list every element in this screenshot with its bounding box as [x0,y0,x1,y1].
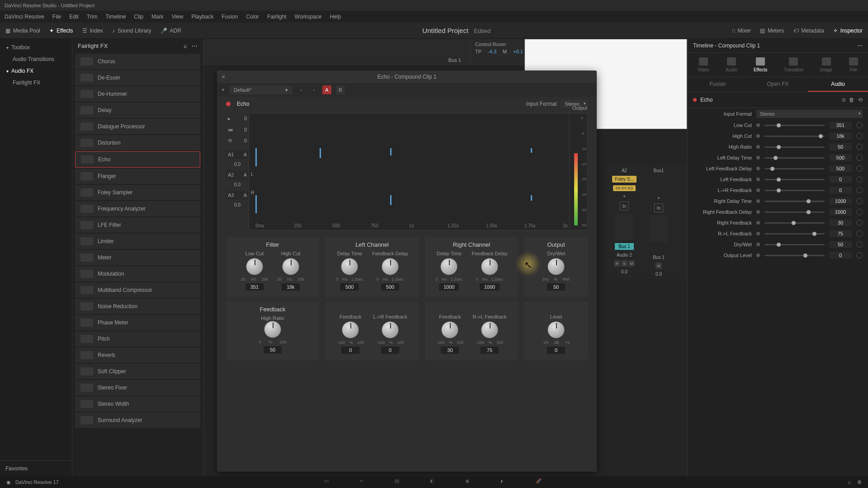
keyframe-icon[interactable] [756,167,760,170]
knob-value[interactable]: 0 [341,347,359,354]
keyframe-icon[interactable] [756,199,760,203]
keyframe-icon[interactable] [756,134,760,138]
menu-mark[interactable]: Mark [151,14,164,20]
fx-item-surround-analyzer[interactable]: Surround Analyzer [75,413,200,428]
knob-dial[interactable] [547,321,565,338]
fx-item-phase-meter[interactable]: Phase Meter [75,315,200,330]
audio-transitions-node[interactable]: Audio Transitions [0,53,72,65]
inspector-tab-file[interactable]: File [849,57,858,72]
next-preset-button[interactable]: › [310,86,318,94]
reset-icon[interactable] [856,144,863,150]
fx-item-echo[interactable]: Echo [75,151,200,168]
fx-item-meter[interactable]: Meter [75,250,200,265]
param-value[interactable]: 0 [829,252,852,259]
param-slider[interactable] [764,233,825,235]
param-slider[interactable] [764,201,825,202]
fx-item-stereo-fixer[interactable]: Stereo Fixer [75,380,200,395]
menu-color[interactable]: Color [246,14,259,20]
knob-dial[interactable] [382,258,399,275]
close-icon[interactable]: × [222,73,225,80]
fx-item-frequency-analyzer[interactable]: Frequency Analyzer [75,201,200,216]
keyframe-icon[interactable] [756,253,760,257]
menu-fairlight[interactable]: Fairlight [267,14,287,20]
reset-icon[interactable] [856,241,863,248]
track-a1[interactable]: A1A [226,150,249,159]
trash-icon[interactable]: 🗑 [849,97,854,103]
add-icon[interactable]: + [222,87,225,93]
page-fairlight-button[interactable]: ♪ [500,478,509,486]
reset-icon[interactable] [856,176,863,183]
knob-dial[interactable] [246,258,263,275]
metadata-button[interactable]: 🏷 Metadata [793,28,824,34]
menu-edit[interactable]: Edit [69,14,79,20]
page-edit-button[interactable]: ▤ [395,478,403,486]
keyframe-icon[interactable] [756,156,760,160]
menu-trim[interactable]: Trim [87,14,98,20]
param-value[interactable]: 50 [829,241,852,248]
reset-icon[interactable] [856,133,863,139]
inspector-subtab-open-fx[interactable]: Open FX [748,77,808,92]
options-icon[interactable]: ⋯ [192,42,198,49]
fx-item-de-hummer[interactable]: De-Hummer [75,86,200,102]
knob-value[interactable]: 50 [264,346,282,353]
inspector-tab-transition[interactable]: Transition [784,57,804,72]
param-value[interactable]: 30 [829,219,852,226]
media-pool-button[interactable]: ▦ Media Pool [5,28,40,34]
param-value[interactable]: 75 [829,230,852,237]
custom-controls-icon[interactable]: ⎚ [842,97,845,103]
fx-item-noise-reduction[interactable]: Noise Reduction [75,299,200,314]
knob-dial[interactable] [547,258,565,275]
fx-item-distortion[interactable]: Distortion [75,135,200,150]
knob-value[interactable]: 0 [547,347,565,354]
param-slider[interactable] [764,179,825,180]
echo-graph[interactable]: L R 0ms2505007501s1.25s1.50s1.75s2s Outp… [249,113,588,230]
plugin-titlebar[interactable]: × Echo - Compound Clip 1 [217,70,597,83]
options-icon[interactable]: ⋯ [857,42,863,49]
page-color-button[interactable]: ◉ [465,478,473,486]
knob-value[interactable]: 351 [245,283,264,291]
index-button[interactable]: ☰ Index [82,28,103,34]
param-value[interactable]: 351 [829,122,852,129]
fx-item-lfe-filter[interactable]: LFE Filter [75,217,200,233]
prev-icon[interactable]: ⏮ [228,127,233,132]
mixer-button[interactable]: ⎍ Mixer [732,28,751,34]
menu-timeline[interactable]: Timeline [105,14,126,20]
knob-dial[interactable] [282,258,299,275]
reset-icon[interactable] [856,122,863,128]
page-fusion-button[interactable]: ◐ [430,478,438,486]
param-value[interactable]: 0 [829,187,852,194]
toolbox-node[interactable]: ▾Toolbox [0,42,72,53]
mixer-track-bus1[interactable]: Bus1 + In Bus 1 M 0.0 [643,168,675,277]
inspector-subtab-fusion[interactable]: Fusion [688,77,748,92]
knob-value[interactable]: 50 [547,283,565,291]
menu-help[interactable]: Help [330,14,341,20]
reset-icon[interactable] [856,252,863,258]
param-value[interactable]: 500 [829,165,852,172]
track-a2[interactable]: A2A [226,170,249,179]
inspector-tab-effects[interactable]: Effects [754,57,767,72]
fx-item-multiband-compressor[interactable]: Multiband Compressor [75,282,200,298]
prev-preset-button[interactable]: ‹ [297,86,305,94]
param-slider[interactable] [764,222,825,224]
knob-dial[interactable] [341,258,358,275]
reset-icon[interactable] [856,198,863,204]
preset-select[interactable]: Default*▾ [229,86,292,94]
menu-playback[interactable]: Playback [191,14,213,20]
reset-icon[interactable] [856,165,863,172]
reset-icon[interactable] [856,187,863,193]
search-icon[interactable]: ⌕ [184,42,187,49]
knob-value[interactable]: 75 [481,347,499,354]
param-slider[interactable] [764,211,825,213]
keyframe-icon[interactable] [756,221,760,225]
menu-file[interactable]: File [52,14,61,20]
fx-item-flanger[interactable]: Flanger [75,169,200,184]
menu-workspace[interactable]: Workspace [295,14,322,20]
knob-dial[interactable] [382,321,399,338]
audio-fx-node[interactable]: ▾Audio FX [0,65,72,77]
adr-button[interactable]: 🎤 ADR [160,28,181,34]
param-value[interactable]: 0 [829,176,852,183]
knob-dial[interactable] [441,321,458,338]
param-value[interactable]: 50 [829,143,852,150]
fx-item-soft-clipper[interactable]: Soft Clipper [75,364,200,379]
play-icon[interactable]: ▸ [228,116,231,122]
